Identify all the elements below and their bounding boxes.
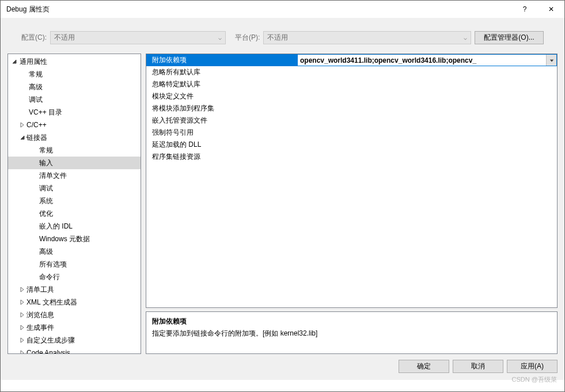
- tree-item-label: VC++ 目录: [8, 108, 62, 117]
- help-button[interactable]: ?: [511, 1, 538, 18]
- expander-closed-icon[interactable]: [18, 286, 26, 294]
- dropdown-button[interactable]: [546, 55, 556, 66]
- tree-item[interactable]: Windows 元数据: [8, 233, 141, 245]
- tree-item[interactable]: 常规: [8, 68, 141, 81]
- cancel-button[interactable]: 取消: [453, 360, 503, 373]
- tree-item-label: 调试: [8, 95, 43, 105]
- title-bar: Debug 属性页 ? ✕: [1, 1, 564, 18]
- apply-button[interactable]: 应用(A): [507, 360, 558, 373]
- tree-item[interactable]: C/C++: [8, 119, 141, 131]
- property-name: 延迟加载的 DLL: [146, 139, 297, 151]
- tree-item[interactable]: 高级: [8, 81, 141, 93]
- expander-closed-icon[interactable]: [18, 298, 26, 306]
- tree-item[interactable]: Code Analysis: [8, 347, 141, 354]
- tree-item-label: 所有选项: [8, 260, 67, 269]
- tree-item[interactable]: 命令行: [8, 271, 141, 283]
- tree-item[interactable]: 清单文件: [8, 169, 141, 182]
- tree-item[interactable]: 自定义生成步骤: [8, 334, 141, 347]
- tree-item[interactable]: 输入: [8, 157, 141, 169]
- tree-item[interactable]: 调试: [8, 182, 141, 195]
- tree-item[interactable]: 链接器: [8, 131, 141, 144]
- expander-open-icon[interactable]: [10, 58, 18, 66]
- config-value: 不适用: [54, 33, 75, 43]
- tree-item[interactable]: VC++ 目录: [8, 106, 141, 119]
- property-name: 模块定义文件: [146, 90, 297, 102]
- chevron-down-icon: ⌵: [218, 35, 222, 41]
- expander-closed-icon[interactable]: [18, 324, 26, 332]
- dialog-body: 配置(C): 不适用 ⌵ 平台(P): 不适用 ⌵ 配置管理器(O)... 通用…: [1, 18, 564, 380]
- config-manager-button[interactable]: 配置管理器(O)...: [475, 31, 544, 44]
- property-value[interactable]: [297, 78, 557, 90]
- property-value[interactable]: [297, 90, 557, 102]
- tree-item-label: 高级: [8, 82, 43, 92]
- config-dropdown: 不适用 ⌵: [50, 31, 226, 44]
- expander-closed-icon[interactable]: [18, 121, 26, 129]
- property-name: 强制符号引用: [146, 127, 297, 139]
- property-row[interactable]: 模块定义文件: [146, 90, 557, 102]
- window-title: Debug 属性页: [6, 5, 511, 14]
- property-row[interactable]: 程序集链接资源: [146, 151, 557, 163]
- tree-item-label: 链接器: [26, 133, 47, 143]
- tree-item-label: 自定义生成步骤: [26, 336, 75, 345]
- tree-item-label: 清单文件: [8, 171, 67, 181]
- ok-button[interactable]: 确定: [399, 360, 449, 373]
- property-name: 忽略所有默认库: [146, 66, 297, 78]
- tree-item[interactable]: 系统: [8, 195, 141, 207]
- help-icon: ?: [523, 5, 527, 13]
- tree-item[interactable]: XML 文档生成器: [8, 296, 141, 309]
- tree-item-label: 生成事件: [26, 323, 54, 333]
- tree-item[interactable]: 优化: [8, 207, 141, 220]
- tree-item[interactable]: 生成事件: [8, 321, 141, 334]
- property-row[interactable]: 强制符号引用: [146, 127, 557, 139]
- property-row[interactable]: 嵌入托管资源文件: [146, 115, 557, 127]
- tree-item-label: C/C++: [26, 121, 47, 129]
- tree-item[interactable]: 清单工具: [8, 283, 141, 296]
- main-area: 通用属性常规高级调试VC++ 目录C/C++链接器常规输入清单文件调试系统优化嵌…: [7, 49, 558, 354]
- property-row[interactable]: 忽略特定默认库: [146, 78, 557, 90]
- tree-item-label: 通用属性: [18, 57, 47, 67]
- tree-item-label: XML 文档生成器: [26, 298, 77, 307]
- expander-open-icon[interactable]: [18, 134, 26, 142]
- config-row: 配置(C): 不适用 ⌵ 平台(P): 不适用 ⌵ 配置管理器(O)...: [14, 25, 551, 49]
- tree-item[interactable]: 高级: [8, 245, 141, 258]
- tree-item[interactable]: 浏览信息: [8, 309, 141, 321]
- config-label: 配置(C):: [21, 33, 47, 43]
- expander-closed-icon[interactable]: [18, 311, 26, 319]
- dialog-buttons: 确定 取消 应用(A): [7, 354, 558, 373]
- property-row[interactable]: 附加依赖项opencv_world3411.lib;opencv_world34…: [146, 54, 557, 66]
- property-value[interactable]: [297, 127, 557, 139]
- tree-item[interactable]: 所有选项: [8, 258, 141, 271]
- tree-item[interactable]: 通用属性: [8, 55, 141, 68]
- description-title: 附加依赖项: [152, 317, 551, 326]
- tree-view[interactable]: 通用属性常规高级调试VC++ 目录C/C++链接器常规输入清单文件调试系统优化嵌…: [7, 54, 141, 354]
- expander-closed-icon[interactable]: [18, 336, 26, 344]
- property-row[interactable]: 将模块添加到程序集: [146, 102, 557, 115]
- expander-closed-icon[interactable]: [18, 349, 26, 354]
- description-box: 附加依赖项 指定要添加到链接命令行的附加项。[例如 kernel32.lib]: [146, 311, 558, 354]
- property-name: 忽略特定默认库: [146, 78, 297, 90]
- tree-item-label: 高级: [8, 247, 53, 257]
- close-button[interactable]: ✕: [538, 1, 564, 18]
- property-row[interactable]: 延迟加载的 DLL: [146, 139, 557, 151]
- tree-item[interactable]: 常规: [8, 144, 141, 157]
- tree-item-label: 嵌入的 IDL: [8, 222, 73, 231]
- property-name: 程序集链接资源: [146, 151, 297, 163]
- property-row[interactable]: 忽略所有默认库: [146, 66, 557, 78]
- property-value[interactable]: [297, 115, 557, 127]
- property-value[interactable]: [297, 66, 557, 78]
- tree-item[interactable]: 调试: [8, 93, 141, 106]
- property-value[interactable]: [297, 139, 557, 151]
- tree-item-label: 优化: [8, 209, 53, 219]
- config-manager-label: 配置管理器(O)...: [484, 33, 534, 43]
- property-value[interactable]: [297, 102, 557, 115]
- property-grid[interactable]: 附加依赖项opencv_world3411.lib;opencv_world34…: [146, 54, 558, 308]
- tree-item[interactable]: 嵌入的 IDL: [8, 220, 141, 233]
- tree-item-label: 系统: [8, 196, 53, 206]
- tree-item-label: 调试: [8, 184, 53, 193]
- tree-item-label: 清单工具: [26, 285, 54, 295]
- right-panel: 附加依赖项opencv_world3411.lib;opencv_world34…: [146, 54, 558, 354]
- property-value[interactable]: [297, 151, 557, 163]
- tree-item-label: 命令行: [8, 272, 60, 282]
- property-value[interactable]: opencv_world3411.lib;opencv_world3416.li…: [297, 54, 557, 66]
- platform-label: 平台(P):: [235, 33, 260, 43]
